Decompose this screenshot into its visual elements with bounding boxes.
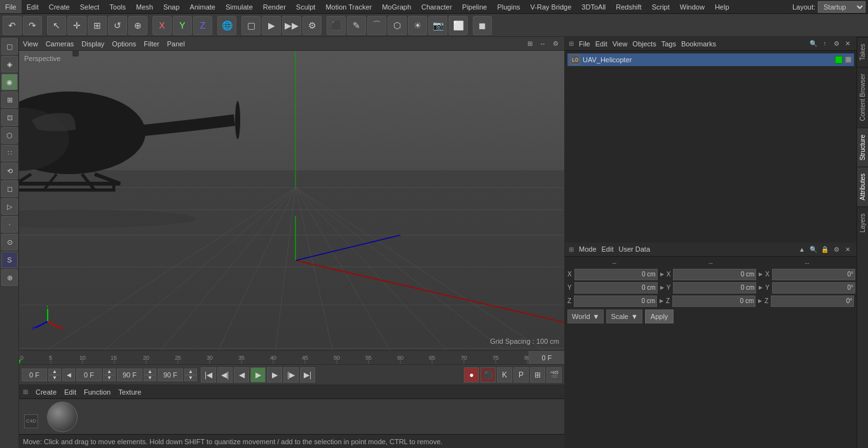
mode-polygon[interactable]: ◻ [1, 180, 18, 197]
light-button[interactable]: ☀ [408, 16, 427, 35]
vp-menu-panel[interactable]: Panel [167, 40, 185, 48]
object-color-dot[interactable] [835, 56, 843, 64]
prev-frame-button[interactable]: ◀ [234, 367, 249, 383]
menu-render[interactable]: Render [258, 0, 291, 13]
vp-icon-settings[interactable]: ⚙ [550, 39, 560, 49]
end-up[interactable]: ▲ [144, 369, 156, 375]
mat-menu-edit[interactable]: Edit [64, 388, 76, 396]
current-frame-input[interactable] [76, 369, 102, 381]
menu-snap[interactable]: Snap [158, 0, 185, 13]
end-frame-input[interactable] [117, 369, 142, 381]
mat-menu-function[interactable]: Function [84, 388, 111, 396]
spline-button[interactable]: ⌒ [367, 16, 386, 35]
mode-model[interactable]: ▢ [1, 38, 18, 55]
menu-mograph[interactable]: MoGraph [377, 0, 416, 13]
menu-pipeline[interactable]: Pipeline [457, 0, 492, 13]
floor-button[interactable]: ⬜ [449, 16, 468, 35]
layout-select[interactable]: Startup Standard Animate [818, 1, 865, 13]
object-row-helicopter[interactable]: L0 UAV_Helicopter · [567, 53, 854, 66]
vp-menu-cameras[interactable]: Cameras [46, 40, 74, 48]
camera-button[interactable]: 📷 [428, 16, 447, 35]
y-rot-input[interactable] [673, 282, 756, 294]
vp-menu-view[interactable]: View [23, 40, 38, 48]
current-up[interactable]: ▲ [103, 369, 116, 375]
y-pos-input[interactable] [574, 282, 658, 294]
undo-button[interactable]: ↶ [3, 16, 22, 35]
menu-tools[interactable]: Tools [104, 0, 131, 13]
menu-select[interactable]: Select [75, 0, 105, 13]
pencil-button[interactable]: ✎ [347, 16, 366, 35]
y-axis-button[interactable]: Y [173, 16, 192, 35]
key-button[interactable]: K [497, 367, 512, 383]
attr-menu-mode[interactable]: Mode [579, 245, 597, 253]
start-frame-down[interactable]: ▼ [48, 375, 61, 381]
select-tool-button[interactable]: ↖ [47, 16, 66, 35]
world-dropdown[interactable]: World ▼ [567, 309, 604, 323]
mode-sculpt[interactable]: ∷ [1, 145, 18, 161]
attr-menu-edit[interactable]: Edit [602, 245, 614, 253]
x-pos-input[interactable] [574, 269, 658, 280]
z-axis-button[interactable]: Z [193, 16, 212, 35]
mode-point[interactable]: · [1, 216, 18, 233]
z-arrow1[interactable]: ▶ [660, 298, 663, 304]
x-axis-button[interactable]: X [153, 16, 172, 35]
cube-button[interactable]: ⬛ [327, 16, 346, 35]
texture-button[interactable]: ◼ [473, 16, 492, 35]
mode-rigging[interactable]: ⟲ [1, 163, 18, 179]
obj-close-icon[interactable]: ✕ [843, 39, 853, 49]
menu-simulate[interactable]: Simulate [220, 0, 258, 13]
menu-character[interactable]: Character [416, 0, 457, 13]
menu-motion-tracker[interactable]: Motion Tracker [320, 0, 377, 13]
x-scale-input[interactable] [772, 269, 855, 280]
deform-button[interactable]: ⬡ [388, 16, 407, 35]
y-arrow1[interactable]: ▶ [660, 285, 664, 290]
apply-button[interactable]: Apply [645, 309, 674, 323]
mode-texture[interactable]: ◈ [1, 56, 18, 72]
menu-vray[interactable]: V-Ray Bridge [526, 0, 577, 13]
vp-menu-display[interactable]: Display [81, 40, 104, 48]
attr-settings-icon[interactable]: ⚙ [831, 244, 841, 254]
z-pos-input[interactable] [574, 295, 657, 307]
attr-close-icon[interactable]: ✕ [843, 244, 853, 254]
menu-redshift[interactable]: Redshift [611, 0, 646, 13]
mat-menu-create[interactable]: Create [36, 388, 57, 396]
z-arrow2[interactable]: ▶ [758, 298, 762, 304]
x-arrow2[interactable]: ▶ [759, 271, 763, 277]
scale-dropdown[interactable]: Scale ▼ [606, 309, 642, 323]
prev-keyframe-button[interactable]: ◀| [217, 367, 233, 383]
tab-attributes[interactable]: Attributes [857, 166, 868, 207]
free-transform-button[interactable]: ⊕ [128, 16, 147, 35]
mode-edit[interactable]: ◉ [1, 74, 18, 90]
menu-mesh[interactable]: Mesh [131, 0, 158, 13]
menu-sculpt[interactable]: Sculpt [291, 0, 321, 13]
menu-edit[interactable]: Edit [22, 0, 44, 13]
menu-window[interactable]: Window [675, 0, 710, 13]
tab-content-browser[interactable]: Content Browser [857, 67, 868, 127]
record-button[interactable]: ● [464, 367, 479, 383]
go-end-button[interactable]: ▶| [300, 367, 315, 383]
render-settings-button[interactable]: ⚙ [302, 16, 322, 35]
y-scale-input[interactable] [772, 282, 855, 294]
next-frame-button[interactable]: ▶ [267, 367, 282, 383]
vp-menu-filter[interactable]: Filter [144, 40, 159, 48]
tab-structure[interactable]: Structure [857, 128, 868, 167]
render-project-button[interactable]: ▶▶ [282, 16, 301, 35]
attr-menu-userdata[interactable]: User Data [619, 245, 651, 253]
go-start-button[interactable]: |◀ [201, 367, 216, 383]
menu-3dtoall[interactable]: 3DToAll [576, 0, 611, 13]
menu-plugins[interactable]: Plugins [492, 0, 525, 13]
obj-settings-icon[interactable]: ⚙ [831, 39, 841, 49]
grid-btn2[interactable]: ⊞ [530, 367, 545, 383]
obj-menu-edit[interactable]: Edit [595, 40, 607, 48]
mode-uvw[interactable]: ⊞ [1, 92, 18, 108]
current-down[interactable]: ▼ [103, 375, 116, 381]
mode-snap[interactable]: ⊙ [1, 234, 18, 250]
move-tool-button[interactable]: ✛ [67, 16, 86, 35]
next-keyframe-button[interactable]: |▶ [283, 367, 299, 383]
end-down[interactable]: ▼ [144, 375, 156, 381]
start-frame-up[interactable]: ▲ [48, 369, 61, 375]
menu-help[interactable]: Help [710, 0, 735, 13]
attr-lock-icon[interactable]: 🔒 [820, 244, 830, 254]
menu-file[interactable]: File [0, 0, 22, 13]
obj-menu-bookmarks[interactable]: Bookmarks [681, 40, 716, 48]
